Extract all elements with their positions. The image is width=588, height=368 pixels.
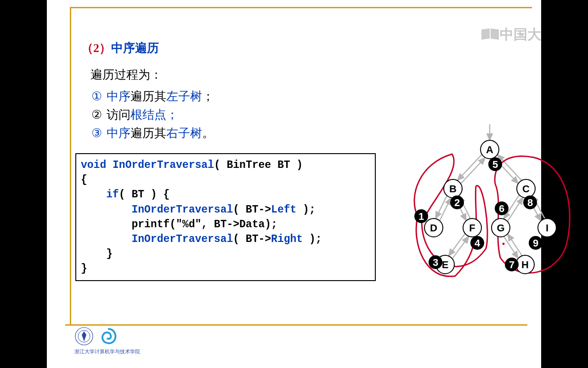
footer: 浙江大学计算机学与技术学院 bbox=[74, 326, 140, 355]
tree-diagram: ABCDFGIEH 528146937 bbox=[384, 124, 568, 290]
svg-line-1 bbox=[458, 155, 482, 180]
svg-text:3: 3 bbox=[433, 257, 438, 268]
university-logo-icon bbox=[74, 327, 94, 347]
step-3: ③ 中序遍历其右子树。 bbox=[90, 124, 214, 143]
step-1: ① 中序遍历其左子树； bbox=[90, 87, 214, 106]
svg-text:H: H bbox=[521, 259, 529, 270]
footer-rule bbox=[65, 324, 527, 326]
svg-text:C: C bbox=[522, 183, 530, 195]
svg-text:B: B bbox=[449, 183, 457, 195]
process-label: 遍历过程为： bbox=[90, 66, 214, 84]
slide-content: （2）中序遍历 遍历过程为： ① 中序遍历其左子树； ② 访问根结点； ③ 中序… bbox=[81, 39, 214, 143]
svg-text:G: G bbox=[497, 222, 504, 234]
svg-text:A: A bbox=[486, 144, 493, 155]
svg-text:1: 1 bbox=[418, 211, 424, 222]
heading: （2）中序遍历 bbox=[81, 39, 214, 58]
svg-line-6 bbox=[440, 198, 451, 220]
spiral-logo-icon bbox=[98, 326, 118, 347]
svg-text:D: D bbox=[430, 222, 437, 234]
svg-text:9: 9 bbox=[533, 237, 538, 249]
svg-text:E: E bbox=[442, 259, 449, 270]
svg-text:4: 4 bbox=[475, 237, 481, 249]
svg-text:5: 5 bbox=[492, 159, 498, 170]
svg-text:7: 7 bbox=[509, 259, 514, 270]
svg-text:6: 6 bbox=[499, 203, 504, 214]
svg-line-2 bbox=[461, 158, 485, 184]
code-block: void InOrderTraversal( BinTree BT ) { if… bbox=[75, 153, 376, 281]
svg-text:F: F bbox=[469, 222, 475, 234]
svg-point-17 bbox=[503, 243, 505, 245]
watermark: 中国大 bbox=[481, 25, 541, 44]
svg-text:8: 8 bbox=[527, 197, 533, 208]
step-2: ② 访问根结点； bbox=[90, 106, 214, 124]
svg-text:I: I bbox=[546, 222, 548, 234]
svg-text:2: 2 bbox=[454, 197, 460, 208]
svg-line-5 bbox=[435, 196, 447, 218]
